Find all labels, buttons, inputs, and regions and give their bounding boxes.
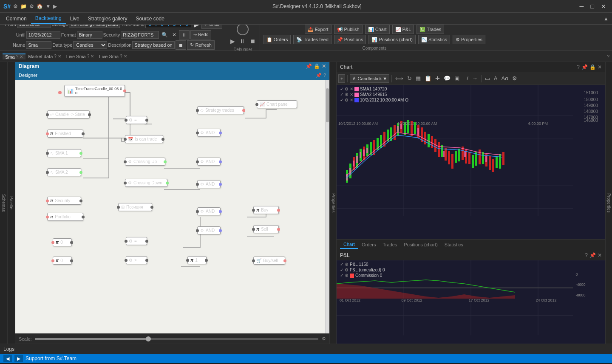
tab-help-market[interactable]: ? xyxy=(54,54,57,59)
back-button[interactable]: ◀ xyxy=(3,355,12,362)
node-finished[interactable]: π Finished xyxy=(47,130,83,138)
node-strategy-trades[interactable]: ◇ Strategy trades xyxy=(197,106,244,114)
trades-button[interactable]: 💹 Trades xyxy=(416,25,444,34)
diagram-scrollbar-thumb-v[interactable] xyxy=(326,88,329,122)
pnl-gear1[interactable]: ⚙ xyxy=(345,262,348,267)
debug-btn1[interactable]: ▶ xyxy=(229,37,237,45)
diagram-pin-icon[interactable]: 📌 xyxy=(306,63,312,69)
legend-check3[interactable]: ✓ xyxy=(340,98,343,102)
node-sma1[interactable]: ∿ SMA 1 xyxy=(47,149,81,157)
menu-backtesting[interactable]: Backtesting xyxy=(31,14,66,24)
storage-input[interactable] xyxy=(69,25,120,28)
tab-market-data[interactable]: Market data ? ✕ xyxy=(26,54,64,59)
positions-chart-button[interactable]: 📊 Positions (chart) xyxy=(368,35,415,44)
chart-close-icon[interactable]: ✕ xyxy=(598,64,602,70)
chart-icon7[interactable]: ▣ xyxy=(453,74,461,82)
chart-icon5[interactable]: ✚ xyxy=(434,74,441,82)
designer-pin-icon[interactable]: 📌 xyxy=(316,73,322,78)
export-button[interactable]: 📤 Export xyxy=(305,25,332,34)
minimize-button[interactable]: ─ xyxy=(577,2,586,11)
play-button[interactable]: ▶ xyxy=(192,25,201,29)
node-val0a[interactable]: π 0 xyxy=(53,238,72,246)
properties-button[interactable]: ⚙ Properties xyxy=(453,35,485,44)
format-input[interactable] xyxy=(77,31,102,39)
node-buysell[interactable]: 🛒 Buy/sell xyxy=(253,257,285,265)
tab-close-live1[interactable]: ✕ xyxy=(91,54,94,59)
titlebar-icon6[interactable]: ▶ xyxy=(53,3,57,9)
stop-button[interactable]: ⏹ xyxy=(176,40,186,50)
legend-gear1[interactable]: ⚙ xyxy=(345,87,348,91)
node-val0b[interactable]: π 0 xyxy=(53,257,72,265)
node-portfolio[interactable]: π Portfolio xyxy=(47,213,83,221)
trades-feed-button[interactable]: 📡 Trades feed xyxy=(293,35,331,44)
legend-check2[interactable]: ✓ xyxy=(340,92,343,97)
tab-close-sma[interactable]: ✕ xyxy=(20,54,23,59)
node-chart-panel[interactable]: 📈 Chart panel xyxy=(257,100,297,108)
tab-help-live1[interactable]: ? xyxy=(87,54,90,59)
tab-statistics[interactable]: Statistics xyxy=(441,241,467,248)
chart-draw-line[interactable]: / xyxy=(465,74,470,82)
clear-icon[interactable]: ✕ xyxy=(170,31,178,39)
chart-draw-arrow[interactable]: → xyxy=(471,74,479,82)
node-security[interactable]: π Security xyxy=(47,197,81,205)
tab-live-sma2[interactable]: Live Sma ? ✕ xyxy=(96,54,129,59)
diagram-canvas[interactable]: 📊 TimeFrameCandle_00-05-0 0 ⇄ Candle -> … xyxy=(15,80,329,333)
node-greater[interactable]: ⚙ > xyxy=(126,256,147,264)
designer-question-icon[interactable]: ? xyxy=(323,73,326,78)
chart-main[interactable]: 151000 150000 149000 148000 147000 14600… xyxy=(337,85,605,239)
diagram-close-icon[interactable]: ✕ xyxy=(322,63,326,69)
node-buy[interactable]: π Buy xyxy=(253,206,279,214)
chart-icon6[interactable]: 💬 xyxy=(442,74,452,82)
description-input[interactable] xyxy=(132,41,175,49)
name-input[interactable] xyxy=(26,41,51,49)
chart-add-btn[interactable]: + xyxy=(338,74,345,83)
forward-button[interactable]: ▶ xyxy=(14,355,23,362)
pl-button[interactable]: 📈 P&L xyxy=(392,25,414,34)
pnl-help-icon[interactable]: ? xyxy=(585,252,588,258)
menu-source[interactable]: Source code xyxy=(131,14,168,23)
tab-chart[interactable]: Chart xyxy=(340,240,358,249)
tab-help-global[interactable]: ? xyxy=(607,54,609,59)
pnl-check3[interactable]: ✓ xyxy=(340,273,343,278)
node-equals1[interactable]: ⚙ = xyxy=(126,116,147,124)
tab-close-live2[interactable]: ✕ xyxy=(124,54,127,59)
node-crossing-up[interactable]: ⚙ Crossing Up xyxy=(125,158,165,166)
titlebar-icon2[interactable]: 📁 xyxy=(20,3,27,9)
chart-button[interactable]: 📊 Chart xyxy=(365,25,390,34)
pnl-check1[interactable]: ✓ xyxy=(340,262,343,267)
datatype-select[interactable]: Candles xyxy=(73,41,107,49)
scale-icon[interactable]: ⚙ xyxy=(322,336,326,341)
titlebar-icon4[interactable]: 🏠 xyxy=(37,3,43,9)
chart-more[interactable]: ⚙ xyxy=(511,74,518,82)
node-candle-state[interactable]: ⇄ Candle -> State xyxy=(47,110,90,119)
refresh-button[interactable]: ↻ Refresh xyxy=(187,40,215,50)
from-input[interactable] xyxy=(17,25,51,28)
node-and5[interactable]: ⚙ AND xyxy=(197,226,221,234)
titlebar-icon1[interactable]: ⚙ xyxy=(13,3,18,9)
pnl-chart[interactable]: 0 -4000 -8000 01 Oct 2012 09 Oct 2012 17… xyxy=(337,260,605,344)
until-input[interactable] xyxy=(26,31,60,39)
collapse-icon[interactable]: ▲ xyxy=(602,14,610,23)
positions-button[interactable]: 📌 Positions xyxy=(334,35,366,44)
debug-btn2[interactable]: ⏸ xyxy=(238,37,247,45)
diagram-lock-icon[interactable]: 🔒 xyxy=(314,63,320,69)
candlestick-dropdown[interactable]: 🕯 Candlestick ▼ xyxy=(350,74,389,83)
tab-help-sma[interactable]: ? xyxy=(16,54,19,59)
titlebar-icon3[interactable]: ⚙ xyxy=(29,3,34,9)
pnl-gear2[interactable]: ⚙ xyxy=(345,268,348,272)
security-input[interactable] xyxy=(121,31,159,39)
pnl-close-icon[interactable]: ✕ xyxy=(598,252,602,258)
node-crossing-down[interactable]: ⚙ Crossing Down xyxy=(125,179,167,187)
chart-rect[interactable]: ▭ xyxy=(484,74,491,82)
diagram-scrollbar-v[interactable] xyxy=(325,80,329,333)
close-button[interactable]: ✕ xyxy=(598,2,609,11)
node-timeframe[interactable]: 📊 TimeFrameCandle_00-05-0 0 xyxy=(64,85,125,97)
node-and1[interactable]: ⚙ AND xyxy=(197,129,221,137)
legend-x3[interactable]: ✕ xyxy=(350,98,353,102)
pnl-pin-icon[interactable]: 📌 xyxy=(589,252,596,258)
tab-help-live2[interactable]: ? xyxy=(120,54,122,59)
legend-gear3[interactable]: ⚙ xyxy=(345,98,348,102)
scale-slider[interactable] xyxy=(35,338,318,340)
chart-icon2[interactable]: ↻ xyxy=(406,74,413,82)
node-sell[interactable]: π Sell xyxy=(253,225,279,233)
